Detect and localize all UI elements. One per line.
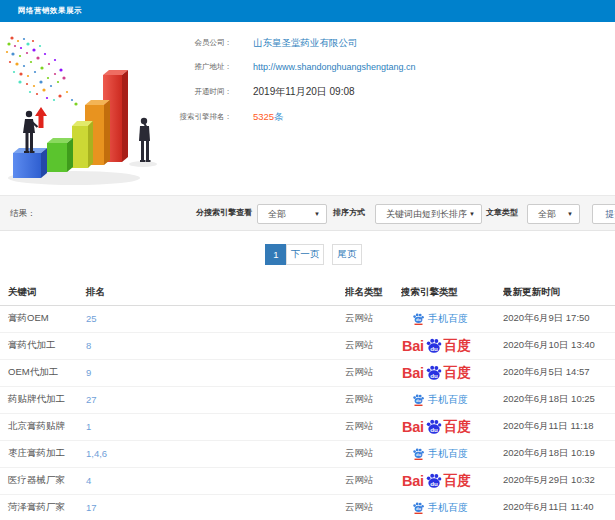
table-row: 菏泽膏药厂家17云网站du手机百度Baidu百度2020年6月11日 11:40 [0, 494, 615, 520]
mobile-baidu-badge: du手机百度 [412, 312, 468, 326]
baidu-logo: Baidu百度 [402, 337, 471, 355]
svg-text:du: du [416, 452, 421, 457]
keyword-cell: 菏泽膏药厂家 [0, 494, 85, 520]
updated-cell: 2020年6月18日 10:19 [503, 440, 615, 467]
rankcount-label: 搜索引擎排名： [180, 111, 233, 123]
engine-cell: du手机百度Baidu百度 [401, 440, 503, 467]
baidu-paw-icon: du [412, 312, 425, 325]
businessman-right [139, 118, 151, 162]
rank-cell[interactable]: 27 [85, 386, 345, 413]
svg-text:du: du [416, 317, 421, 322]
rank-cell[interactable]: 1,4,6 [85, 440, 345, 467]
rank-type-cell: 云网站 [345, 440, 401, 467]
engine-cell: du手机百度Baidu百度 [401, 494, 503, 520]
svg-text:du: du [430, 344, 438, 351]
rankcount-value: 5325条 [253, 111, 284, 123]
table-row: 膏药OEM25云网站du手机百度Baidu百度2020年6月9日 17:50 [0, 305, 615, 332]
baidu-logo: Baidu百度 [402, 472, 471, 490]
rank-cell[interactable]: 1 [85, 413, 345, 440]
submit-button[interactable]: 提交 [592, 204, 615, 224]
rank-cell[interactable]: 9 [85, 359, 345, 386]
baidu-paw-icon: du [412, 447, 425, 460]
filter-bar: 结果： 分搜索引擎查看 全部▼ 排序方式 关键词由短到长排序▼ 文章类型 全部▼… [0, 195, 615, 231]
company-link[interactable]: 山东皇圣堂药业有限公司 [253, 37, 358, 49]
next-page-button[interactable]: 下一页 [286, 244, 324, 265]
mobile-baidu-label: 手机百度 [428, 447, 468, 461]
engine-cell: du百度Baidu百度 [401, 332, 503, 359]
mobile-baidu-label: 手机百度 [428, 312, 468, 326]
rank-type-cell: 云网站 [345, 413, 401, 440]
keyword-cell: 膏药OEM [0, 305, 85, 332]
table-header-row: 关键词 排名 排名类型 搜索引擎类型 最新更新时间 [0, 281, 615, 305]
keyword-cell: 药贴牌代加工 [0, 386, 85, 413]
updated-cell: 2020年6月11日 11:40 [503, 494, 615, 520]
keyword-cell: 北京膏药贴牌 [0, 413, 85, 440]
article-type-label: 文章类型 [486, 196, 518, 230]
mobile-baidu-badge: du手机百度 [412, 501, 468, 515]
rank-type-cell: 云网站 [345, 305, 401, 332]
info-row-url: 推广地址： http://www.shandonghuangshengtang.… [0, 61, 615, 73]
svg-text:du: du [430, 479, 438, 486]
rank-type-cell: 云网站 [345, 386, 401, 413]
rank-cell[interactable]: 8 [85, 332, 345, 359]
col-header-engine-type: 搜索引擎类型 [401, 281, 503, 305]
url-label: 推广地址： [195, 61, 233, 73]
chevron-down-icon: ▼ [314, 211, 320, 217]
sort-label: 排序方式 [333, 196, 365, 230]
table-row: 医疗器械厂家4云网站du百度Baidu百度2020年5月29日 10:32 [0, 467, 615, 494]
updated-cell: 2020年6月11日 11:18 [503, 413, 615, 440]
engine-filter-label: 分搜索引擎查看 [196, 196, 252, 230]
engine-cell: du手机百度Baidu百度 [401, 386, 503, 413]
mobile-baidu-badge: du手机百度 [412, 393, 468, 407]
ranking-table: 关键词 排名 排名类型 搜索引擎类型 最新更新时间 膏药OEM25云网站du手机… [0, 281, 615, 520]
article-type-select[interactable]: 全部▼ [527, 204, 580, 224]
mobile-baidu-badge: du手机百度 [412, 447, 468, 461]
rank-cell[interactable]: 4 [85, 467, 345, 494]
rank-type-cell: 云网站 [345, 494, 401, 520]
keyword-cell: OEM代加工 [0, 359, 85, 386]
rank-cell[interactable]: 25 [85, 305, 345, 332]
col-header-rank-type: 排名类型 [345, 281, 401, 305]
info-row-opentime: 开通时间： 2019年11月20日 09:08 [0, 86, 615, 98]
baidu-paw-icon: du [412, 501, 425, 514]
keyword-cell: 医疗器械厂家 [0, 467, 85, 494]
baidu-logo: Baidu百度 [402, 418, 471, 436]
rank-cell[interactable]: 17 [85, 494, 345, 520]
engine-cell: du百度Baidu百度 [401, 359, 503, 386]
sort-select[interactable]: 关键词由短到长排序▼ [375, 204, 482, 224]
baidu-paw-icon: du [425, 364, 443, 382]
baidu-paw-icon: du [425, 472, 443, 490]
promo-url-link[interactable]: http://www.shandonghuangshengtang.cn [253, 61, 416, 73]
table-row: 北京膏药贴牌1云网站du百度Baidu百度2020年6月11日 11:18 [0, 413, 615, 440]
table-row: 膏药代加工8云网站du百度Baidu百度2020年6月10日 13:40 [0, 332, 615, 359]
updated-cell: 2020年6月5日 14:57 [503, 359, 615, 386]
svg-text:du: du [416, 398, 421, 403]
table-row: 药贴牌代加工27云网站du手机百度Baidu百度2020年6月18日 10:25 [0, 386, 615, 413]
pagination: 1 下一页 尾页 [265, 244, 362, 265]
page-title: 网络营销效果展示 [18, 6, 82, 16]
mobile-baidu-label: 手机百度 [428, 393, 468, 407]
engine-cell: du百度Baidu百度 [401, 413, 503, 440]
updated-cell: 2020年6月18日 10:25 [503, 386, 615, 413]
rank-type-cell: 云网站 [345, 332, 401, 359]
last-page-button[interactable]: 尾页 [332, 244, 362, 265]
info-row-company: 会员公司： 山东皇圣堂药业有限公司 [0, 37, 615, 49]
engine-cell: du百度Baidu百度 [401, 467, 503, 494]
baidu-paw-icon: du [412, 393, 425, 406]
chevron-down-icon: ▼ [567, 211, 573, 217]
keyword-cell: 枣庄膏药加工 [0, 440, 85, 467]
keyword-cell: 膏药代加工 [0, 332, 85, 359]
table-row: 枣庄膏药加工1,4,6云网站du手机百度Baidu百度2020年6月18日 10… [0, 440, 615, 467]
opentime-value: 2019年11月20日 09:08 [253, 86, 355, 98]
baidu-logo: Baidu百度 [402, 364, 471, 382]
engine-cell: du手机百度Baidu百度 [401, 305, 503, 332]
info-row-rankcount: 搜索引擎排名： 5325条 [0, 111, 615, 123]
col-header-rank: 排名 [85, 281, 345, 305]
mobile-baidu-label: 手机百度 [428, 501, 468, 515]
table-row: OEM代加工9云网站du百度Baidu百度2020年6月5日 14:57 [0, 359, 615, 386]
updated-cell: 2020年5月29日 10:32 [503, 467, 615, 494]
chevron-down-icon: ▼ [469, 211, 475, 217]
baidu-paw-icon: du [425, 337, 443, 355]
page-1-button[interactable]: 1 [265, 244, 287, 265]
engine-filter-select[interactable]: 全部▼ [257, 204, 327, 224]
